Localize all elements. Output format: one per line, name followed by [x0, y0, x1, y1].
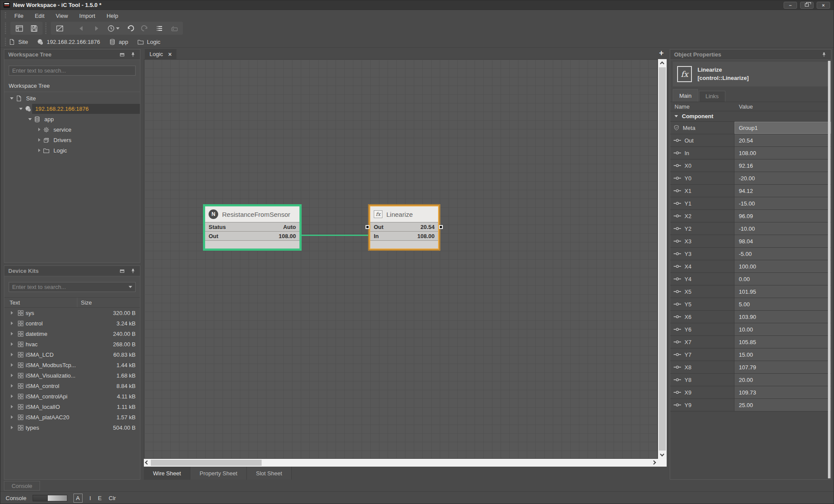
property-row[interactable]: X5 101.95 [670, 285, 831, 298]
properties-tab[interactable]: Links [699, 91, 725, 102]
menu-item[interactable]: Import [73, 11, 101, 20]
breadcrumb-item[interactable]: 192.168.22.166:1876 [37, 39, 100, 45]
property-value[interactable]: -15.00 [734, 197, 831, 209]
tree-expand-arrow[interactable] [35, 138, 43, 142]
tree-expand-arrow[interactable] [8, 97, 16, 99]
kit-expand-arrow[interactable] [8, 353, 16, 356]
component-group-row[interactable]: Component [670, 111, 831, 122]
property-row[interactable]: X1 94.12 [670, 185, 831, 197]
tree-item[interactable]: service [4, 124, 140, 135]
save-button[interactable] [29, 23, 39, 33]
tree-item[interactable]: app [4, 114, 140, 124]
node-header[interactable]: fx Linearize [370, 206, 438, 222]
property-value[interactable]: 103.90 [734, 311, 831, 323]
property-row[interactable]: X8 107.79 [670, 361, 831, 374]
node-header[interactable]: N ResistanceFromSensor [205, 206, 299, 222]
kit-expand-arrow[interactable] [8, 363, 16, 367]
property-value[interactable]: 109.73 [734, 386, 831, 398]
menu-item[interactable]: View [50, 11, 73, 20]
console-clear-button[interactable]: Clr [109, 495, 116, 501]
property-value[interactable]: 107.79 [734, 361, 831, 373]
minimize-panel-icon[interactable] [119, 52, 125, 58]
toolbar-grip[interactable] [5, 38, 6, 46]
property-value[interactable]: 5.00 [734, 298, 831, 310]
tree-expand-arrow[interactable] [35, 128, 43, 131]
property-value[interactable]: -5.00 [734, 248, 831, 260]
property-row[interactable]: X2 96.09 [670, 210, 831, 222]
kit-row[interactable]: iSMA_localIO 1.11 kB [4, 401, 140, 412]
chevron-down-icon[interactable] [129, 286, 132, 288]
kit-expand-arrow[interactable] [8, 332, 16, 335]
node-linearize[interactable]: fx Linearize Out 20.54 In 108.00 [368, 204, 440, 251]
console-tab[interactable]: Console [4, 481, 40, 491]
property-value[interactable]: 20.00 [734, 374, 831, 386]
kit-expand-arrow[interactable] [8, 342, 16, 346]
property-row[interactable]: Y9 25.00 [670, 399, 831, 411]
tree-item[interactable]: Site [4, 93, 140, 103]
sheet-tab[interactable]: Slot Sheet [247, 467, 292, 480]
breadcrumb-item[interactable]: app [109, 39, 128, 45]
properties-scrollbar[interactable] [828, 61, 831, 478]
toolbar-grip[interactable] [45, 23, 47, 34]
history-dropdown-button[interactable] [106, 23, 120, 33]
console-error-button[interactable]: E [98, 495, 102, 501]
property-value[interactable]: 20.54 [734, 134, 831, 146]
property-row[interactable]: Y7 15.00 [670, 348, 831, 361]
property-value[interactable]: 108.00 [734, 147, 831, 159]
sheet-tab[interactable]: Property Sheet [190, 467, 247, 480]
sheet-tab[interactable]: Wire Sheet [144, 467, 190, 480]
kit-expand-arrow[interactable] [8, 426, 16, 429]
property-value[interactable]: 100.00 [734, 260, 831, 272]
breadcrumb-item[interactable]: Logic [137, 39, 160, 45]
property-row[interactable]: Y4 0.00 [670, 273, 831, 285]
tree-item[interactable]: 192.168.22.166:1876 [4, 103, 140, 114]
property-row[interactable]: X7 105.85 [670, 336, 831, 348]
property-row[interactable]: X3 98.04 [670, 235, 831, 248]
add-tab-button[interactable]: + [659, 49, 664, 58]
menu-item[interactable]: File [9, 11, 29, 20]
list-button[interactable] [155, 23, 164, 33]
pin-icon[interactable] [821, 52, 827, 58]
forward-button[interactable] [91, 23, 101, 33]
kit-row[interactable]: control 3.24 kB [4, 318, 140, 328]
property-row[interactable]: Y0 -20.00 [670, 172, 831, 185]
column-value[interactable]: Value [734, 103, 753, 110]
property-row[interactable]: Y1 -15.00 [670, 197, 831, 210]
kit-row[interactable]: iSMA_controlApi 4.11 kB [4, 391, 140, 401]
redo-button[interactable] [140, 23, 150, 33]
node-slot-row[interactable]: Status Auto [205, 222, 299, 232]
kit-row[interactable]: iSMA_Visualizatio... 1.68 kB [4, 370, 140, 381]
property-row[interactable]: In 108.00 [670, 147, 831, 159]
column-name[interactable]: Name [670, 103, 734, 110]
console-info-button[interactable]: I [90, 495, 91, 501]
console-all-button[interactable]: A [73, 494, 83, 503]
undo-button[interactable] [125, 23, 135, 33]
property-row[interactable]: Y2 -10.00 [670, 222, 831, 235]
property-value[interactable]: 94.12 [734, 185, 831, 197]
workspace-search-input[interactable] [12, 67, 132, 74]
node-slot-row[interactable]: Out 20.54 [370, 222, 438, 232]
node-slot-row[interactable]: In 108.00 [370, 232, 438, 241]
property-value[interactable]: 96.09 [734, 210, 831, 222]
scrollbar-thumb[interactable] [151, 460, 262, 466]
node-slot-row[interactable]: Out 108.00 [205, 232, 299, 241]
kit-row[interactable]: iSMA_platAAC20 1.57 kB [4, 412, 140, 422]
device-button[interactable] [169, 23, 179, 33]
restore-button[interactable] [800, 2, 814, 9]
property-value[interactable]: 101.95 [734, 285, 831, 298]
property-row[interactable]: X4 100.00 [670, 260, 831, 273]
minimize-panel-icon[interactable] [119, 268, 125, 274]
kit-row[interactable]: datetime 240.00 B [4, 328, 140, 339]
kit-expand-arrow[interactable] [8, 405, 16, 408]
property-row[interactable]: X9 109.73 [670, 386, 831, 399]
properties-tab[interactable]: Main [673, 89, 698, 102]
property-value[interactable]: 0.00 [734, 273, 831, 285]
wire-sheet-button[interactable] [55, 23, 64, 33]
back-button[interactable] [76, 23, 86, 33]
vertical-scrollbar[interactable] [658, 59, 667, 459]
property-row[interactable]: Y6 10.00 [670, 323, 831, 336]
tree-expand-arrow[interactable] [26, 118, 34, 120]
node-resistancefromsensor[interactable]: N ResistanceFromSensor Status Auto Out 1… [203, 204, 302, 251]
toolbar-grip[interactable] [5, 12, 6, 19]
menu-item[interactable]: Edit [29, 11, 50, 20]
